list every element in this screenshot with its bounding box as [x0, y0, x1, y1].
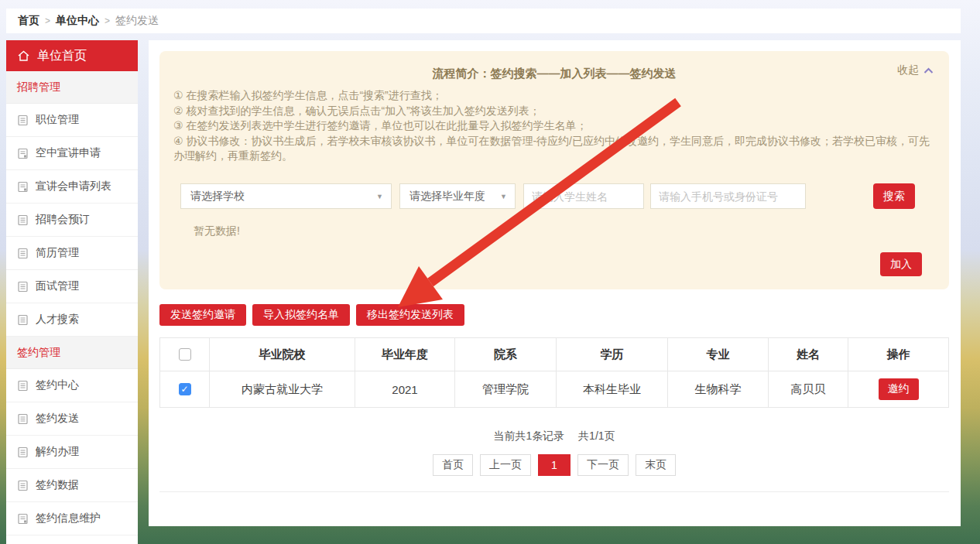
- select-all-checkbox[interactable]: [179, 348, 191, 361]
- sidebar-item-signing-center[interactable]: 签约中心: [6, 369, 138, 402]
- sidebar-item-interview-management[interactable]: 面试管理: [6, 270, 138, 303]
- search-button[interactable]: 搜索: [873, 183, 915, 209]
- col-header-major: 专业: [668, 338, 769, 371]
- sidebar-item-job-fair-booking[interactable]: 招聘会预订: [6, 204, 138, 237]
- row-checkbox[interactable]: ✓: [179, 383, 191, 395]
- sidebar-home-button[interactable]: 单位首页: [6, 40, 138, 71]
- sidebar-item-label: 简历管理: [36, 246, 79, 260]
- doc-lines-icon: [17, 248, 29, 259]
- add-button[interactable]: 加入: [880, 252, 922, 276]
- sidebar-item-resume-management[interactable]: 简历管理: [6, 237, 138, 270]
- sidebar-section-signing: 签约管理: [6, 337, 138, 369]
- sidebar-item-label: 人才搜索: [36, 313, 79, 327]
- breadcrumb-separator: >: [45, 15, 50, 26]
- cell-major: 生物科学: [668, 371, 769, 407]
- action-buttons: 发送签约邀请 导入拟签约名单 移出签约发送列表: [159, 304, 464, 326]
- breadcrumb-unit-center[interactable]: 单位中心: [56, 14, 99, 28]
- no-data-text: 暂无数据!: [194, 224, 240, 238]
- pagination-summary: 当前共1条记录 共1/1页: [159, 429, 949, 443]
- sidebar-item-label: 签约中心: [36, 378, 79, 392]
- process-step-2: ② 核对查找到的学生信息，确认无误后点击“加入”将该生加入签约发送列表；: [173, 104, 934, 119]
- doc-corner-icon: [17, 513, 29, 525]
- sidebar-item-label: 签约数据: [36, 478, 79, 492]
- doc-lines-icon: [17, 115, 29, 126]
- page-count: 共1/1页: [578, 429, 615, 442]
- doc-lines-icon: [17, 214, 29, 226]
- doc-corner-icon: [17, 181, 29, 193]
- process-intro-panel: 收起 流程简介：签约搜索——加入列表——签约发送 ① 在搜索栏输入拟签约学生信息…: [159, 51, 949, 289]
- record-count: 当前共1条记录: [493, 429, 564, 442]
- chevron-up-icon: [923, 64, 934, 77]
- breadcrumb-separator: >: [105, 15, 110, 26]
- process-step-4: ④ 协议书修改：协议书生成后，若学校未审核该协议书，单位可在数据管理-待应约/已…: [173, 134, 934, 164]
- first-page-button[interactable]: 首页: [433, 454, 473, 476]
- col-header-action: 操作: [848, 338, 948, 371]
- sidebar-item-label: 面试管理: [36, 279, 79, 293]
- sidebar-item-label: 空中宣讲申请: [36, 146, 101, 160]
- row-checkbox-cell: ✓: [160, 371, 210, 407]
- cell-name: 高贝贝: [769, 371, 848, 407]
- sidebar-home-label: 单位首页: [37, 48, 87, 64]
- sidebar: 单位首页 招聘管理 职位管理 空中宣讲申请 宣讲会申请列表 招聘会预订 简历管理…: [6, 40, 138, 544]
- import-list-button[interactable]: 导入拟签约名单: [252, 304, 350, 326]
- doc-lines-icon: [17, 480, 29, 491]
- sidebar-item-label: 招聘会预订: [36, 213, 90, 227]
- sidebar-item-signing-send[interactable]: 签约发送: [6, 402, 138, 436]
- col-header-dept: 院系: [455, 338, 557, 371]
- graduation-year-select-value: 请选择毕业年度: [409, 190, 485, 204]
- cell-dept: 管理学院: [455, 371, 557, 407]
- process-title: 流程简介：签约搜索——加入列表——签约发送: [159, 51, 949, 81]
- school-select[interactable]: 请选择学校 ▼: [180, 183, 392, 209]
- cell-action: 邀约: [848, 371, 948, 407]
- sidebar-item-online-presentation-apply[interactable]: 空中宣讲申请: [6, 137, 138, 170]
- next-page-button[interactable]: 下一页: [577, 454, 629, 476]
- sidebar-section-recruitment: 招聘管理: [6, 71, 138, 104]
- cell-degree: 本科生毕业: [557, 371, 668, 407]
- phone-or-id-input[interactable]: [650, 183, 806, 209]
- breadcrumb: 首页 > 单位中心 > 签约发送: [6, 9, 961, 33]
- col-header-school: 毕业院校: [210, 338, 355, 371]
- main-content: 收起 流程简介：签约搜索——加入列表——签约发送 ① 在搜索栏输入拟签约学生信息…: [149, 40, 961, 526]
- prev-page-button[interactable]: 上一页: [480, 454, 531, 476]
- process-steps: ① 在搜索栏输入拟签约学生信息，点击“搜索”进行查找； ② 核对查找到的学生信息…: [173, 88, 934, 164]
- school-select-value: 请选择学校: [190, 190, 245, 204]
- select-all-cell: [160, 338, 210, 371]
- breadcrumb-home[interactable]: 首页: [18, 14, 39, 28]
- collapse-toggle[interactable]: 收起: [897, 63, 934, 77]
- sidebar-item-label: 签约信息维护: [36, 511, 101, 525]
- pagination: 首页 上一页 1 下一页 末页: [159, 454, 949, 476]
- col-header-degree: 学历: [557, 338, 668, 371]
- chevron-down-icon: ▼: [500, 193, 507, 200]
- sidebar-item-signing-info-maintain[interactable]: 签约信息维护: [6, 502, 138, 535]
- doc-lines-icon: [17, 446, 29, 458]
- table-header-row: 毕业院校 毕业年度 院系 学历 专业 姓名 操作: [160, 338, 948, 371]
- process-step-3: ③ 在签约发送列表选中学生进行签约邀请，单位也可以在此批量导入拟签约学生名单；: [173, 118, 934, 134]
- table-row: ✓ 内蒙古就业大学 2021 管理学院 本科生毕业 生物科学 高贝贝 邀约: [160, 371, 948, 407]
- col-header-name: 姓名: [769, 338, 848, 371]
- doc-lines-icon: [17, 413, 29, 425]
- doc-corner-icon: [17, 148, 29, 159]
- sidebar-item-position-management[interactable]: 职位管理: [6, 104, 138, 137]
- home-icon: [17, 50, 30, 63]
- sidebar-item-signing-data[interactable]: 签约数据: [6, 469, 138, 502]
- send-invite-button[interactable]: 发送签约邀请: [159, 304, 246, 326]
- remove-from-list-button[interactable]: 移出签约发送列表: [356, 304, 464, 326]
- col-header-year: 毕业年度: [355, 338, 455, 371]
- sidebar-item-label: 签约发送: [36, 412, 79, 426]
- sidebar-item-presentation-apply-list[interactable]: 宣讲会申请列表: [6, 170, 138, 204]
- graduation-year-select[interactable]: 请选择毕业年度 ▼: [399, 183, 516, 209]
- chevron-down-icon: ▼: [376, 193, 383, 200]
- sidebar-item-label: 职位管理: [36, 113, 79, 127]
- collapse-label: 收起: [897, 63, 919, 77]
- student-name-input[interactable]: [523, 183, 644, 209]
- sidebar-item-label: 解约办理: [36, 445, 79, 459]
- current-page-button[interactable]: 1: [538, 454, 571, 476]
- sidebar-item-talent-search[interactable]: 人才搜索: [6, 303, 138, 337]
- sidebar-item-label: 宣讲会申请列表: [36, 180, 111, 193]
- sidebar-item-termination-handle[interactable]: 解约办理: [6, 436, 138, 469]
- divider: [159, 491, 949, 492]
- last-page-button[interactable]: 末页: [636, 454, 676, 476]
- invite-button[interactable]: 邀约: [879, 378, 919, 400]
- cell-school: 内蒙古就业大学: [210, 371, 355, 407]
- doc-lines-icon: [17, 281, 29, 293]
